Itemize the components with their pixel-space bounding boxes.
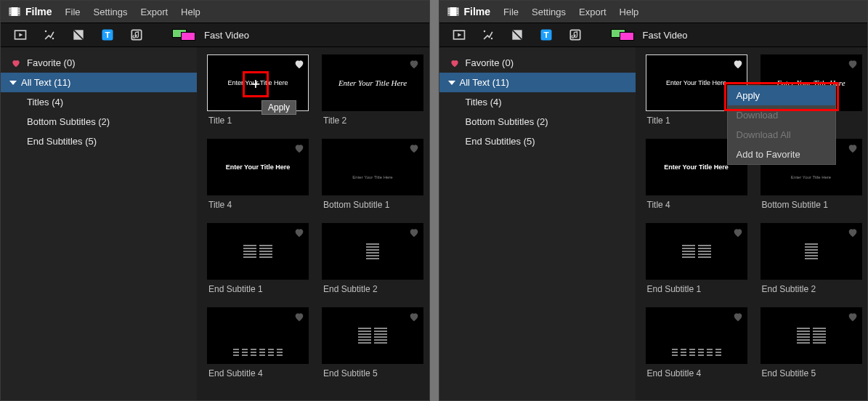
thumb-caption: Bottom Subtitle 1 [322, 195, 423, 219]
thumb-end-subtitle4[interactable]: End Subtitle 4 [646, 307, 747, 387]
thumb-title1[interactable]: Enter Your Title Here + Apply Title 1 [207, 54, 309, 134]
sidebar-alltext[interactable]: All Text (11) [1, 73, 197, 92]
thumb-end-subtitle2[interactable]: End Subtitle 2 [760, 223, 862, 303]
ctx-add-favorite[interactable]: Add to Favorite [728, 145, 835, 164]
menu-help[interactable]: Help [181, 7, 200, 17]
thumb-title2[interactable]: Enter Your Title Here Title 2 [322, 54, 423, 134]
menu-export[interactable]: Export [141, 7, 169, 17]
effects-icon[interactable] [41, 27, 57, 43]
thumb-caption: End Subtitle 4 [207, 364, 309, 387]
favorite-icon[interactable] [293, 311, 305, 323]
sidebar-titles[interactable]: Titles (4) [1, 92, 197, 112]
favorite-icon[interactable] [293, 58, 305, 70]
favorite-icon[interactable] [408, 142, 420, 154]
ctx-apply[interactable]: Apply [728, 86, 835, 105]
sidebar-favorite[interactable]: Favorite (0) [1, 53, 197, 73]
sidebar-titles-label: Titles (4) [27, 97, 63, 108]
apply-plus-button[interactable]: + [243, 71, 269, 97]
fastvideo-icon [611, 28, 636, 41]
text-icon[interactable]: T [538, 27, 554, 43]
favorite-icon[interactable] [293, 227, 305, 238]
thumb-caption: End Subtitle 2 [760, 280, 862, 303]
thumb-end-subtitle1[interactable]: End Subtitle 1 [646, 223, 747, 303]
favorite-icon[interactable] [847, 311, 859, 323]
favorite-icon[interactable] [408, 227, 420, 238]
sidebar-alltext[interactable]: All Text (11) [439, 73, 636, 92]
thumb-title1[interactable]: Enter Your Title Here Title 1 Apply Down… [646, 54, 747, 134]
media-icon[interactable] [12, 27, 28, 43]
heart-icon [11, 58, 21, 68]
app-window-right: Filme File Settings Export Help T Fast V… [439, 0, 869, 401]
menu-help[interactable]: Help [620, 7, 639, 17]
favorite-icon[interactable] [732, 58, 744, 70]
svg-rect-3 [9, 9, 11, 10]
thumb-end-subtitle5[interactable]: End Subtitle 5 [760, 307, 862, 387]
sidebar-titles[interactable]: Titles (4) [439, 92, 636, 112]
svg-text:T: T [543, 30, 548, 39]
thumb-title4[interactable]: Enter Your Title Here Title 4 [207, 139, 309, 219]
svg-rect-5 [9, 13, 11, 15]
favorite-icon[interactable] [408, 58, 420, 70]
sidebar-favorite-label: Favorite (0) [27, 57, 75, 68]
sidebar-end-subtitles[interactable]: End Subtitles (5) [439, 131, 636, 151]
toolbar: T Fast Video [439, 23, 868, 47]
thumb-end-subtitle4[interactable]: End Subtitle 4 [207, 307, 309, 387]
fast-video-button[interactable]: Fast Video [611, 28, 688, 41]
svg-marker-10 [19, 33, 23, 37]
menu-settings[interactable]: Settings [94, 7, 128, 17]
favorite-icon[interactable] [732, 311, 744, 323]
transitions-icon[interactable] [509, 27, 525, 43]
thumb-end-subtitle5[interactable]: End Subtitle 5 [322, 307, 423, 387]
sidebar-bottom-label: Bottom Subtitles (2) [27, 116, 110, 127]
svg-rect-22 [448, 13, 450, 15]
text-icon[interactable]: T [100, 27, 115, 43]
audio-icon[interactable] [129, 27, 145, 43]
menubar: Filme File Settings Export Help [1, 1, 429, 23]
svg-rect-21 [448, 11, 450, 12]
thumb-end-subtitle2[interactable]: End Subtitle 2 [322, 223, 423, 303]
menu-settings[interactable]: Settings [532, 7, 566, 17]
transitions-icon[interactable] [70, 27, 86, 43]
filme-logo-icon [8, 5, 21, 18]
sidebar-bottom-label: Bottom Subtitles (2) [466, 116, 548, 127]
favorite-icon[interactable] [847, 142, 859, 154]
svg-text:T: T [105, 30, 110, 39]
sidebar-end-subtitles[interactable]: End Subtitles (5) [1, 131, 197, 151]
menu-file[interactable]: File [503, 7, 519, 17]
svg-point-11 [45, 31, 47, 33]
thumb-caption: End Subtitle 1 [207, 280, 309, 303]
fastvideo-icon [172, 28, 197, 41]
effects-icon[interactable] [480, 27, 496, 43]
chevron-down-icon [448, 81, 455, 85]
thumb-end-subtitle1[interactable]: End Subtitle 1 [207, 223, 309, 303]
fast-video-button[interactable]: Fast Video [172, 28, 249, 41]
favorite-icon[interactable] [293, 142, 305, 154]
sidebar-titles-label: Titles (4) [466, 97, 502, 108]
svg-point-12 [52, 38, 54, 40]
sidebar-bottom-subtitles[interactable]: Bottom Subtitles (2) [439, 112, 636, 131]
app-logo: Filme [447, 5, 491, 18]
ctx-download-all[interactable]: Download All [728, 125, 835, 145]
sidebar-bottom-subtitles[interactable]: Bottom Subtitles (2) [1, 112, 197, 131]
sidebar-favorite[interactable]: Favorite (0) [439, 53, 636, 73]
app-logo: Filme [8, 5, 52, 18]
favorite-icon[interactable] [408, 311, 420, 323]
heart-icon [450, 58, 460, 68]
app-name: Filme [25, 6, 52, 17]
favorite-icon[interactable] [847, 227, 859, 238]
ctx-download[interactable]: Download [728, 105, 835, 125]
thumb-caption: End Subtitle 5 [760, 364, 862, 387]
favorite-icon[interactable] [847, 58, 859, 70]
svg-point-28 [483, 31, 485, 33]
audio-icon[interactable] [567, 27, 583, 43]
apply-tooltip: Apply [261, 100, 296, 115]
menu-file[interactable]: File [65, 7, 81, 17]
menu-export[interactable]: Export [579, 7, 607, 17]
thumb-bottom-subtitle1[interactable]: Enter Your Title Here Bottom Subtitle 1 [322, 139, 423, 219]
favorite-icon[interactable] [732, 227, 744, 238]
sidebar: Favorite (0) All Text (11) Titles (4) Bo… [439, 47, 636, 400]
media-icon[interactable] [451, 27, 467, 43]
filme-logo-icon [447, 5, 460, 18]
svg-rect-20 [448, 9, 450, 10]
fast-video-label: Fast Video [643, 30, 688, 41]
